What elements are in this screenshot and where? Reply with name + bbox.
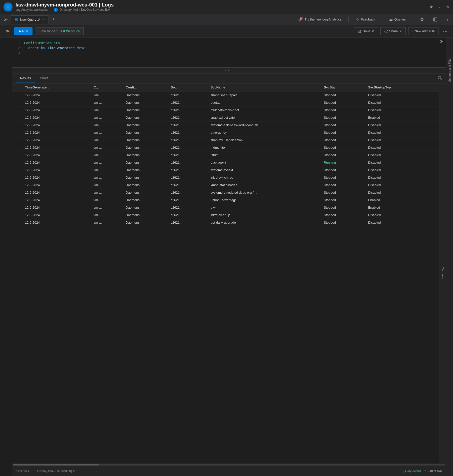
right-sidebar[interactable]: Schema and Filter [446,37,453,476]
book-icon-button[interactable] [431,16,439,23]
table-row: › 12-6-2024 ... vm-... Daemons c2621... … [12,91,446,99]
tab-results-label: Results [20,76,31,80]
time-range-button[interactable]: Time range : Last 24 hours [35,27,83,35]
share-button[interactable]: Share ∨ [380,27,406,35]
row-computer: vm-... [91,211,123,219]
row-time: 12-6-2024 ... [22,114,91,121]
header-svcname[interactable]: SvcName [208,83,321,91]
row-computer: vm-... [91,129,123,136]
close-icon[interactable]: ✕ [446,4,449,10]
search-button[interactable] [437,76,442,81]
collapse-sidebar-button[interactable]: ≫ [4,28,12,34]
run-button[interactable]: ▶ Run [14,27,33,35]
scrollbar-track[interactable] [13,464,445,466]
expand-button[interactable]: › [15,183,19,187]
row-expand[interactable]: › [12,91,22,99]
row-expand[interactable]: › [12,136,22,144]
row-expand[interactable]: › [12,99,22,106]
tab-chart-label: Chart [40,76,48,80]
expand-button[interactable]: › [15,123,19,127]
feedback-button[interactable]: ♡ Feedback [354,16,377,23]
try-new-button[interactable]: 🚀 Try the new Log Analytics [296,16,344,23]
row-svcstate: Stopped [321,91,365,99]
horizontal-scrollbar[interactable] [12,463,446,466]
schema-filter-label[interactable]: Schema and Filter [448,57,451,82]
row-svcname: snap.lxd.user-daemon [208,136,321,144]
expand-button[interactable]: › [15,221,19,225]
expand-button[interactable]: › [15,153,19,157]
expand-button[interactable]: › [15,176,19,180]
row-expand[interactable]: › [12,129,22,136]
share-label: Share [389,29,398,33]
row-expand[interactable]: › [12,174,22,181]
row-expand[interactable]: › [12,211,22,219]
add-tab-button[interactable]: + [50,16,57,23]
expand-button[interactable]: › [15,93,19,97]
row-expand[interactable]: › [12,144,22,151]
more-options-button[interactable]: ⋯ [441,27,449,35]
header-svcstate[interactable]: SvcSta... [321,83,365,91]
timezone-selector[interactable]: Display time (UTC+00:00) ∨ [37,470,75,473]
row-expand[interactable]: › [12,166,22,174]
queries-button[interactable]: ☰ Queries [387,16,408,23]
scrollbar-thumb[interactable] [13,464,99,466]
expand-button[interactable]: › [15,161,19,165]
row-expand[interactable]: › [12,106,22,114]
row-expand[interactable]: › [12,189,22,196]
expand-button[interactable]: › [15,206,19,210]
time-range-label: Time range : [39,29,57,33]
row-expand[interactable]: › [12,114,22,121]
row-time: 12-6-2024 ... [22,166,91,174]
columns-panel[interactable]: Columns [439,83,446,463]
row-svcname: quotaon [208,99,321,106]
tab-collapse-button[interactable]: ≫ [2,16,10,22]
editor-collapse-button[interactable] [439,39,444,45]
row-expand[interactable]: › [12,196,22,204]
header-computer[interactable]: C... [91,83,123,91]
row-source: c2621... [168,159,208,166]
expand-button[interactable]: › [15,138,19,142]
queries-label: Queries [394,17,406,21]
results-table-container[interactable]: TimeGenerate... C... Confi... So... SvcN… [12,83,446,463]
header-source[interactable]: So... [168,83,208,91]
expand-button[interactable]: › [15,191,19,195]
expand-button[interactable]: › [15,213,19,217]
expand-button[interactable]: › [15,131,19,135]
expand-button[interactable]: › [15,198,19,202]
row-source: c2621... [168,189,208,196]
expand-button[interactable]: › [15,101,19,105]
tab-close-button[interactable]: × [42,18,45,22]
row-expand[interactable]: › [12,219,22,226]
svg-rect-4 [15,19,17,19]
row-expand[interactable]: › [12,151,22,159]
heart-icon: ♡ [356,17,359,22]
row-svcstartup: Disabled [365,189,446,196]
row-expand[interactable]: › [12,121,22,129]
settings-button[interactable]: ⚙ [418,16,426,23]
save-button[interactable]: Save ∨ [354,27,378,35]
expand-button[interactable]: › [15,168,19,172]
tab-chart[interactable]: Chart [36,74,52,82]
expand-button[interactable]: › [15,116,19,120]
expand-button[interactable]: › [15,146,19,150]
header-time[interactable]: TimeGenerate... [22,83,91,91]
tab-results[interactable]: Results [16,74,35,82]
more-icon[interactable]: ⋯ [437,4,442,10]
header-config[interactable]: Confi... [123,83,168,91]
favorite-icon[interactable]: ★ [429,4,433,10]
chevron-down-button[interactable]: ∨ [444,16,451,22]
header-svcstartup[interactable]: SvcStartupTyp [365,83,446,91]
header-row: TimeGenerate... C... Confi... So... SvcN… [12,83,446,91]
row-expand[interactable]: › [12,181,22,189]
row-expand[interactable]: › [12,159,22,166]
new-alert-button[interactable]: + New alert rule [408,27,438,35]
editor-area[interactable]: 1 ConfigurationData 2 | order by TimeGen… [12,37,446,67]
query-timing: 1s 301ms [16,470,33,473]
tab-label: New Query 1* [20,18,40,21]
row-expand[interactable]: › [12,204,22,211]
row-svcstartup: Disabled [365,121,446,129]
expand-button[interactable]: › [15,108,19,112]
query-details-link[interactable]: Query details [403,470,421,473]
resize-handle[interactable]: • • • [12,67,446,73]
active-tab[interactable]: New Query 1* × [11,15,49,24]
